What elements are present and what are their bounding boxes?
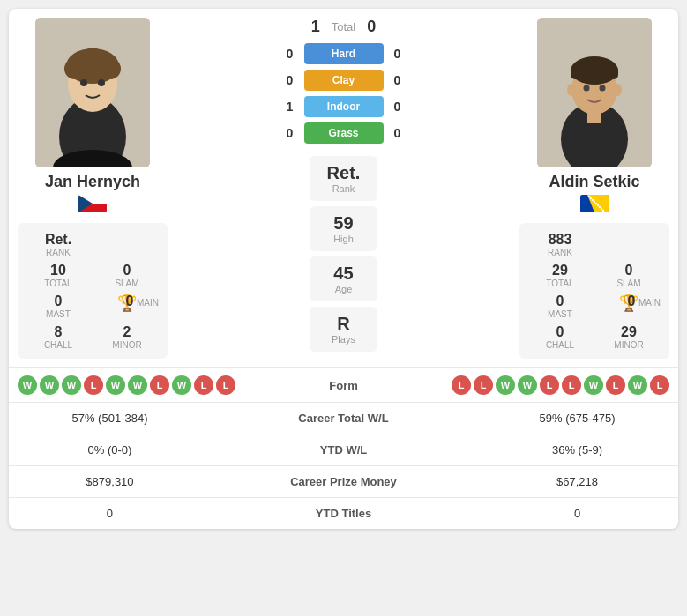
grass-btn[interactable]: Grass bbox=[304, 122, 384, 144]
right-form-badge-6: W bbox=[584, 375, 603, 395]
stats-right-1: 36% (5-9) bbox=[476, 434, 678, 466]
left-form-badge-8: L bbox=[194, 375, 213, 395]
stats-table: 57% (501-384)Career Total W/L59% (675-47… bbox=[9, 402, 678, 529]
indoor-left-score: 1 bbox=[283, 100, 297, 114]
left-chall-cell: 8 Chall bbox=[26, 324, 90, 350]
right-form-badge-4: L bbox=[540, 375, 559, 395]
stats-label-1: YTD W/L bbox=[211, 434, 476, 466]
total-left-score: 1 bbox=[307, 18, 325, 36]
right-flag bbox=[580, 195, 609, 212]
hard-right-score: 0 bbox=[391, 47, 405, 61]
svg-point-30 bbox=[594, 201, 595, 203]
mid-age-box: 45 Age bbox=[310, 256, 378, 301]
total-right-score: 0 bbox=[362, 18, 380, 36]
right-form-badge-2: W bbox=[496, 375, 515, 395]
right-form-badge-7: L bbox=[606, 375, 625, 395]
svg-point-10 bbox=[98, 79, 105, 86]
stats-label-3: YTD Titles bbox=[211, 498, 476, 530]
right-rank-cell: 883 Rank bbox=[528, 232, 592, 257]
left-chall-label: Chall bbox=[44, 340, 72, 350]
right-minor-label: Minor bbox=[614, 340, 643, 350]
left-form-badge-2: W bbox=[62, 375, 81, 395]
stats-left-2: $879,310 bbox=[9, 466, 211, 498]
left-form-badge-9: L bbox=[216, 375, 235, 395]
right-mast-cell: 0 Mast bbox=[528, 293, 592, 319]
left-slam-label: Slam bbox=[115, 278, 138, 288]
svg-point-21 bbox=[584, 85, 590, 92]
form-badges-right: LLWWLLWLWL bbox=[379, 375, 670, 395]
mid-ret-label: Rank bbox=[327, 183, 361, 194]
stats-row-1: 0% (0-0)YTD W/L36% (5-9) bbox=[9, 434, 678, 466]
left-total-val: 10 bbox=[50, 263, 66, 278]
right-form-badge-1: L bbox=[474, 375, 493, 395]
svg-point-32 bbox=[597, 204, 599, 206]
surface-row-indoor: 1 Indoor 0 bbox=[171, 96, 516, 117]
mid-plays-val: R bbox=[327, 314, 361, 334]
clay-btn[interactable]: Clay bbox=[304, 70, 384, 91]
right-player-info-card: 883 Rank 29 Total 0 Slam 0 Mast 🏆 bbox=[519, 223, 669, 359]
main-card: Jan Hernych Ret. Rank 10 Total 0 bbox=[9, 9, 678, 529]
right-form-badge-3: W bbox=[518, 375, 537, 395]
right-slam-label: Slam bbox=[616, 278, 640, 288]
mid-plays-box: R Plays bbox=[310, 307, 378, 352]
left-minor-cell: 2 Minor bbox=[95, 324, 159, 350]
left-player-name: Jan Hernych bbox=[45, 173, 140, 191]
left-rank-cell: Ret. Rank bbox=[26, 232, 90, 257]
left-form-badge-1: W bbox=[40, 375, 59, 395]
surfaces-list: 0 Hard 0 0 Clay 0 1 Indoor 0 0 Grass bbox=[171, 43, 516, 144]
stats-left-1: 0% (0-0) bbox=[9, 434, 211, 466]
right-chall-val: 0 bbox=[556, 324, 564, 340]
mid-high-box: 59 High bbox=[310, 206, 378, 251]
total-label: Total bbox=[332, 20, 355, 33]
indoor-btn[interactable]: Indoor bbox=[304, 96, 384, 117]
clay-right-score: 0 bbox=[391, 73, 405, 87]
grass-left-score: 0 bbox=[283, 126, 297, 140]
left-total-cell: 10 Total bbox=[26, 263, 90, 288]
left-mast-val: 0 bbox=[55, 293, 63, 309]
right-mast-label: Mast bbox=[548, 309, 572, 319]
stats-row-3: 0YTD Titles0 bbox=[9, 498, 678, 530]
clay-left-score: 0 bbox=[283, 73, 297, 87]
right-minor-cell: 29 Minor bbox=[597, 324, 661, 350]
stats-row-2: $879,310Career Prize Money$67,218 bbox=[9, 466, 678, 498]
svg-point-9 bbox=[80, 79, 87, 86]
svg-point-35 bbox=[602, 210, 604, 212]
mid-ret-box: Ret. Rank bbox=[310, 156, 378, 201]
hard-left-score: 0 bbox=[283, 47, 297, 61]
svg-point-31 bbox=[595, 203, 597, 204]
form-label: Form bbox=[317, 379, 370, 392]
mid-info-boxes: Ret. Rank 59 High 45 Age R Plays bbox=[310, 156, 378, 352]
svg-rect-20 bbox=[571, 66, 618, 79]
left-form-badge-4: W bbox=[106, 375, 125, 395]
left-rank-val: Ret. bbox=[45, 232, 71, 248]
left-chall-val: 8 bbox=[55, 324, 63, 340]
stats-right-0: 59% (675-475) bbox=[476, 403, 678, 434]
right-chall-label: Chall bbox=[546, 340, 574, 350]
stats-label-0: Career Total W/L bbox=[211, 403, 476, 434]
right-form-badge-9: L bbox=[650, 375, 669, 395]
surface-row-grass: 0 Grass 0 bbox=[171, 122, 516, 144]
left-form-badge-3: L bbox=[84, 375, 103, 395]
left-form-badge-7: W bbox=[172, 375, 191, 395]
right-slam-val: 0 bbox=[625, 263, 633, 278]
hard-btn[interactable]: Hard bbox=[304, 43, 384, 64]
total-score-row: 1 Total 0 bbox=[171, 18, 516, 36]
left-trophy-main-cell: 🏆 0 Main bbox=[95, 293, 159, 319]
center-col: 1 Total 0 0 Hard 0 0 Clay 0 1 Indoor bbox=[171, 18, 516, 359]
mid-ret-val: Ret. bbox=[327, 163, 361, 183]
top-area: Jan Hernych Ret. Rank 10 Total 0 bbox=[9, 9, 678, 367]
mid-age-val: 45 bbox=[327, 263, 361, 284]
right-trophy-main-cell: 🏆 0 Main bbox=[597, 293, 661, 319]
indoor-right-score: 0 bbox=[391, 100, 405, 114]
right-rank-label: Rank bbox=[548, 248, 572, 257]
stats-right-3: 0 bbox=[476, 498, 678, 530]
form-badges-left: WWWLWWLWLL bbox=[18, 375, 309, 395]
right-minor-val: 29 bbox=[621, 324, 637, 340]
right-total-cell: 29 Total bbox=[528, 263, 592, 288]
right-total-val: 29 bbox=[552, 263, 568, 278]
stats-right-2: $67,218 bbox=[476, 466, 678, 498]
mid-high-val: 59 bbox=[327, 213, 361, 234]
right-player-name: Aldin Setkic bbox=[549, 173, 639, 191]
form-section: WWWLWWLWLL Form LLWWLLWLWL bbox=[9, 367, 678, 402]
left-form-badge-0: W bbox=[18, 375, 37, 395]
